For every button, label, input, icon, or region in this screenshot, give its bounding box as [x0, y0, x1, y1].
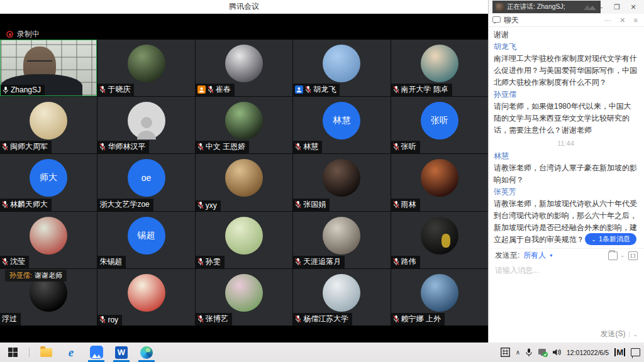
- participant-tile[interactable]: ZhangSJ: [0, 40, 97, 96]
- word-icon: W: [115, 346, 128, 359]
- word-button[interactable]: W: [109, 343, 134, 362]
- chat-message-list[interactable]: 谢谢胡龙飞南洋理工大学驻校作家制度对现代文学有什么促进作用？与美国爱荷华国际写作…: [489, 27, 644, 244]
- participant-name: 杨儒江苏大学: [303, 314, 348, 324]
- mic-muted-icon: [295, 258, 301, 266]
- message-text: 谢谢: [494, 29, 638, 41]
- internet-explorer-button[interactable]: e: [58, 343, 84, 362]
- participant-name-label: 朱锡超: [97, 256, 126, 268]
- avatar: [323, 45, 360, 82]
- input-method-icon[interactable]: [501, 348, 510, 357]
- mic-muted-icon: [2, 143, 8, 151]
- avatar: [128, 102, 165, 140]
- close-window-button[interactable]: ✕: [625, 3, 641, 11]
- send-options-caret-icon[interactable]: ⌄: [629, 331, 638, 337]
- mic-muted-icon: [393, 200, 399, 209]
- microphone-tray-icon[interactable]: [526, 348, 532, 357]
- chat-more-icon[interactable]: ⋯: [602, 16, 614, 25]
- participant-tile[interactable]: 杨儒江苏大学: [293, 269, 390, 326]
- edge-button[interactable]: [134, 343, 159, 362]
- participant-tile[interactable]: yxy: [196, 154, 292, 211]
- participant-name: 张听: [401, 141, 416, 152]
- tray-date: 2022/6/5: [583, 349, 609, 356]
- participant-name-label: 路伟: [391, 256, 420, 268]
- mic-muted-icon: [197, 143, 204, 151]
- mic-muted-icon: [197, 315, 204, 323]
- participant-tile[interactable]: oe浙大文艺学zoe: [97, 154, 194, 211]
- participant-name: 华师林汉平: [108, 141, 145, 152]
- avatar: [225, 159, 263, 197]
- chevron-down-icon: ⌄: [591, 236, 596, 243]
- mic-muted-icon: [393, 258, 399, 266]
- participant-name: 朱锡超: [99, 256, 122, 267]
- participant-tile[interactable]: 中文 王恩娇: [196, 97, 292, 153]
- panel-menu-icon[interactable]: ≡: [631, 16, 640, 24]
- chat-input[interactable]: [489, 263, 644, 326]
- participant-tile[interactable]: 张国娟: [293, 154, 390, 211]
- avatar: [30, 102, 67, 140]
- file-explorer-button[interactable]: [33, 343, 58, 362]
- send-button[interactable]: 发送(S): [600, 329, 625, 339]
- mic-muted-icon: [295, 315, 301, 323]
- participant-name: 孙雯: [206, 256, 221, 267]
- start-button[interactable]: [0, 343, 25, 362]
- hidden-icons-chevron[interactable]: ∧: [516, 349, 520, 356]
- participant-tile[interactable]: 赖宁娜 上外: [391, 269, 488, 326]
- security-tray-icon[interactable]: [538, 348, 547, 356]
- message-text: 南洋理工大学驻校作家制度对现代文学有什么促进作用？与美国爱荷华国际写作，中国北师…: [494, 53, 638, 89]
- message-timestamp: 11:44: [494, 136, 638, 150]
- participant-tile[interactable]: 天涯追落月: [293, 212, 390, 268]
- overlay-sender: 孙亚儒:: [9, 271, 32, 280]
- chat-history-icon[interactable]: [608, 251, 618, 260]
- chat-window: – ❐ ✕ 正在讲话: ZhangSJ; 聊天 ⋯ ✕ ≡ 谢谢胡龙飞南洋理工大…: [488, 0, 644, 343]
- maximize-button[interactable]: ❐: [609, 3, 625, 11]
- message-text: 请问老师，如果做1980年代以来，中国大陆的文学与马来西亚华文文学比较研究的话，…: [494, 101, 638, 136]
- message-sender: 张英芳: [494, 186, 638, 198]
- participant-name: 天涯追落月: [303, 256, 341, 267]
- participant-tile[interactable]: 林慧 林慧: [293, 97, 390, 153]
- participant-name: 浮过: [2, 314, 17, 324]
- mic-muted-icon: [393, 143, 399, 151]
- video-grid: ZhangSJ 于晓庆 崔春 胡龙飞 南开大学 陈卓 闽师大周军 华师林汉平 中…: [0, 40, 488, 326]
- participant-tile[interactable]: 锡超朱锡超: [97, 212, 194, 268]
- participant-tile[interactable]: 路伟: [391, 212, 488, 268]
- participant-tile[interactable]: roy: [97, 269, 194, 326]
- participant-tile[interactable]: 南开大学 陈卓: [391, 40, 488, 96]
- participant-tile[interactable]: 于晓庆: [97, 40, 194, 96]
- participant-tile[interactable]: 华师林汉平: [97, 97, 194, 153]
- avatar: 张听: [421, 102, 458, 140]
- participant-name: 赖宁娜 上外: [401, 314, 441, 324]
- participant-tile[interactable]: 孙雯: [196, 212, 292, 268]
- participant-name-label: 浙大文艺学zoe: [97, 199, 153, 211]
- participant-name: 崔春: [216, 84, 231, 95]
- taskbar: e W ∧ 12:01: [0, 343, 644, 362]
- participant-tile[interactable]: 张听 张听: [391, 97, 488, 153]
- participant-tile[interactable]: 崔春: [196, 40, 292, 96]
- clock[interactable]: 12:01 2022/6/5: [567, 349, 609, 356]
- participant-tile[interactable]: 师大 林麟天师大: [0, 154, 97, 211]
- participant-tile[interactable]: 沈莹: [0, 212, 97, 268]
- avatar: 锡超: [128, 217, 165, 255]
- participant-tile[interactable]: 雨林: [391, 154, 488, 211]
- screenshot-icon[interactable]: [628, 251, 638, 260]
- participant-name: 路伟: [401, 256, 416, 267]
- avatar: 林慧: [323, 102, 360, 140]
- tencent-meeting-button[interactable]: [84, 343, 109, 362]
- action-center-icon[interactable]: [631, 348, 640, 356]
- send-to-select[interactable]: 所有人: [523, 250, 546, 261]
- speaker-icon[interactable]: [552, 348, 561, 356]
- chat-close-icon[interactable]: ✕: [617, 16, 628, 25]
- participant-name-label: 中文 王恩娇: [196, 141, 249, 153]
- participant-tile[interactable]: 张博艺: [196, 269, 292, 326]
- participant-tile[interactable]: 闽师大周军: [0, 97, 97, 153]
- mic-muted-icon: [393, 85, 399, 94]
- tray-app-m-icon[interactable]: M: [614, 348, 625, 356]
- role-badge-icon: [197, 85, 206, 94]
- incoming-chat-overlay: 孙亚儒: 谢谢老师: [5, 270, 67, 282]
- avatar: [323, 274, 360, 312]
- chat-history-caret-icon[interactable]: ⌄: [620, 253, 625, 258]
- avatar: [128, 45, 165, 82]
- avatar: [30, 217, 67, 255]
- new-message-button[interactable]: ⌄ 1条新消息: [585, 233, 636, 245]
- participant-name-label: 南开大学 陈卓: [391, 84, 452, 96]
- participant-tile[interactable]: 胡龙飞: [293, 40, 390, 96]
